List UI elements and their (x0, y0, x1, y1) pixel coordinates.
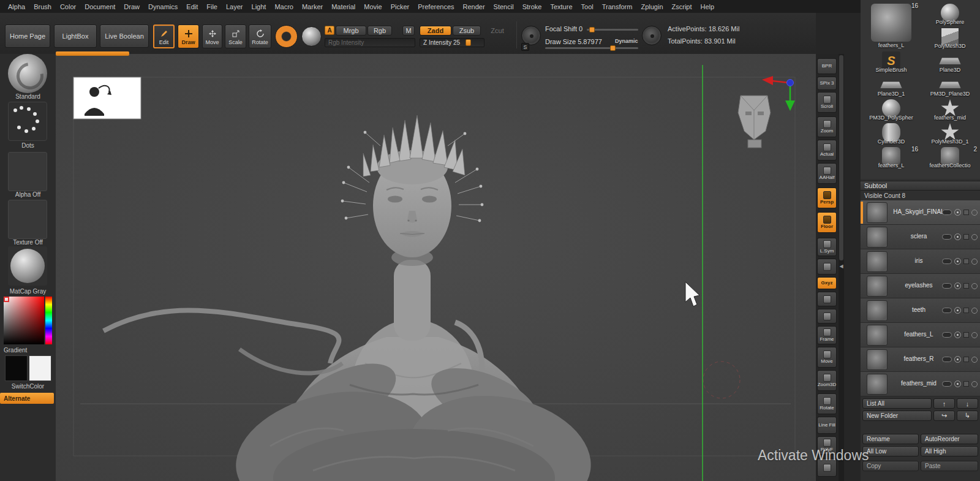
scrollbar-handle[interactable] (839, 55, 843, 260)
polypaint-icon[interactable] (963, 283, 969, 289)
tool-item[interactable]: Plane3D (921, 50, 979, 74)
ghost-icon[interactable] (971, 308, 978, 314)
visibility-eye-icon[interactable] (954, 331, 961, 338)
rename-button[interactable]: Rename (862, 434, 919, 444)
focal-shift-handle[interactable] (589, 27, 595, 32)
matcap-thumbnail[interactable] (8, 246, 47, 286)
slider-pill-icon[interactable] (942, 357, 952, 362)
ghost-icon[interactable] (971, 332, 978, 338)
menu-item-marker[interactable]: Marker (298, 3, 327, 10)
lightbox-button[interactable]: LightBox (54, 25, 97, 48)
menu-item-brush[interactable]: Brush (29, 3, 56, 10)
m-button[interactable]: M (402, 26, 415, 36)
subtool-row[interactable]: HA_Skygirl_FINAL (861, 200, 980, 225)
tool-item[interactable]: PolyMesh3D (921, 26, 979, 50)
focal-shift-label[interactable]: Focal Shift 0 (545, 25, 582, 32)
z-intensity-handle[interactable] (466, 39, 471, 46)
draw-size-handle[interactable] (610, 45, 616, 51)
spix-button[interactable]: SPix 3 (817, 77, 837, 90)
menu-item-zplugin[interactable]: Zplugin (636, 3, 667, 10)
subtool-thumbnail[interactable] (867, 374, 888, 395)
alpha-off-thumbnail[interactable] (8, 152, 47, 191)
ghost-icon[interactable] (971, 381, 978, 387)
tool-item[interactable]: Plane3D_1 (862, 74, 920, 97)
scroll-button[interactable]: Scroll (817, 92, 837, 113)
feather-thumbnail[interactable] (871, 4, 911, 42)
visibility-eye-icon[interactable] (954, 209, 961, 216)
menu-item-picker[interactable]: Picker (386, 3, 414, 10)
menu-item-draw[interactable]: Draw (119, 3, 144, 10)
copy-button[interactable]: Copy (862, 461, 919, 471)
draw-size-dial[interactable] (642, 26, 662, 45)
local-sym-button[interactable]: L.Sym (817, 238, 837, 256)
persp-button[interactable]: Persp (817, 187, 837, 208)
subtool-row[interactable]: teeth (861, 298, 980, 323)
hue-strip[interactable] (45, 297, 52, 344)
polypaint-icon[interactable] (963, 381, 969, 387)
paste-button[interactable]: Paste (921, 461, 978, 471)
tool-item[interactable]: 2 feathersCollectio (921, 146, 979, 169)
subtool-row[interactable]: feathers_R (861, 347, 980, 372)
material-button[interactable] (301, 26, 322, 47)
menu-item-layer[interactable]: Layer (222, 3, 247, 10)
tool-item[interactable]: S SimpleBrush (862, 50, 920, 74)
zadd-button[interactable]: Zadd (420, 26, 451, 36)
plane-thumbnail[interactable] (880, 82, 902, 89)
gxyz-button[interactable]: Gxyz (817, 277, 837, 289)
actual-button[interactable]: Actual (817, 140, 837, 161)
tool-item[interactable]: PM3D_PolySpher (862, 98, 920, 121)
secondary-color-swatch[interactable] (29, 355, 51, 381)
focal-shift-track[interactable] (587, 29, 638, 31)
main-color-swatch[interactable] (5, 355, 28, 381)
visibility-eye-icon[interactable] (954, 307, 961, 314)
zoom-button[interactable]: Zoom (817, 116, 837, 137)
menu-item-stroke[interactable]: Stroke (518, 3, 546, 10)
slider-pill-icon[interactable] (942, 381, 952, 387)
texture-off-thumbnail[interactable] (8, 200, 47, 239)
bpr-button[interactable]: BPR (817, 58, 837, 74)
slider-pill-icon[interactable] (942, 259, 952, 264)
ghost-icon[interactable] (971, 259, 978, 265)
mrgb-button[interactable]: Mrgb (336, 26, 366, 36)
slider-pill-icon[interactable] (942, 283, 952, 289)
list-all-button[interactable]: List All (862, 398, 932, 409)
tool-item[interactable]: 16 feathers_L (862, 2, 920, 49)
menu-item-tool[interactable]: Tool (577, 3, 598, 10)
rotate-ccw-icon-button[interactable] (817, 309, 837, 324)
menu-item-alpha[interactable]: Alpha (4, 3, 29, 10)
stroke-type-button[interactable] (275, 25, 298, 48)
visibility-eye-icon[interactable] (954, 282, 961, 289)
plane-thumbnail[interactable] (939, 58, 960, 65)
move-down-button[interactable]: ↓ (957, 398, 978, 409)
slider-pill-icon[interactable] (942, 210, 952, 215)
transpose-icon-button[interactable] (817, 259, 837, 275)
tool-item[interactable]: PolySphere (921, 2, 979, 26)
polypaint-icon[interactable] (963, 308, 969, 313)
menu-item-color[interactable]: Color (56, 3, 80, 10)
menu-item-edit[interactable]: Edit (182, 3, 202, 10)
floor-button[interactable]: Floor (817, 212, 837, 233)
polypaint-icon[interactable] (963, 210, 969, 215)
polypaint-icon[interactable] (963, 332, 969, 338)
subtool-thumbnail[interactable] (867, 349, 888, 370)
menu-item-render[interactable]: Render (459, 3, 489, 10)
visibility-eye-icon[interactable] (954, 381, 961, 387)
tool-item[interactable]: Cylinder3D (862, 122, 920, 145)
visibility-eye-icon[interactable] (954, 258, 961, 265)
polypaint-icon[interactable] (963, 357, 969, 362)
subtool-thumbnail[interactable] (867, 276, 888, 297)
draw-button[interactable]: Draw (178, 25, 199, 48)
draw-size-label[interactable]: Draw Size 5.87977 (545, 38, 602, 45)
subtool-row[interactable]: feathers_mid (861, 372, 980, 396)
home-page-button[interactable]: Home Page (5, 25, 50, 48)
stroke-dots-thumbnail[interactable] (8, 102, 47, 141)
move-into-folder-button[interactable]: ↪ (933, 411, 955, 421)
tool-item[interactable]: PM3D_Plane3D (921, 74, 979, 97)
subtool-thumbnail[interactable] (867, 202, 888, 223)
move-out-folder-button[interactable]: ↳ (957, 411, 978, 421)
alternate-button[interactable]: Alternate (0, 393, 54, 404)
menu-item-macro[interactable]: Macro (270, 3, 298, 10)
ghost-icon[interactable] (971, 283, 978, 289)
slider-pill-icon[interactable] (942, 332, 952, 338)
z-intensity-slider[interactable]: Z Intensity 25 (420, 38, 484, 47)
